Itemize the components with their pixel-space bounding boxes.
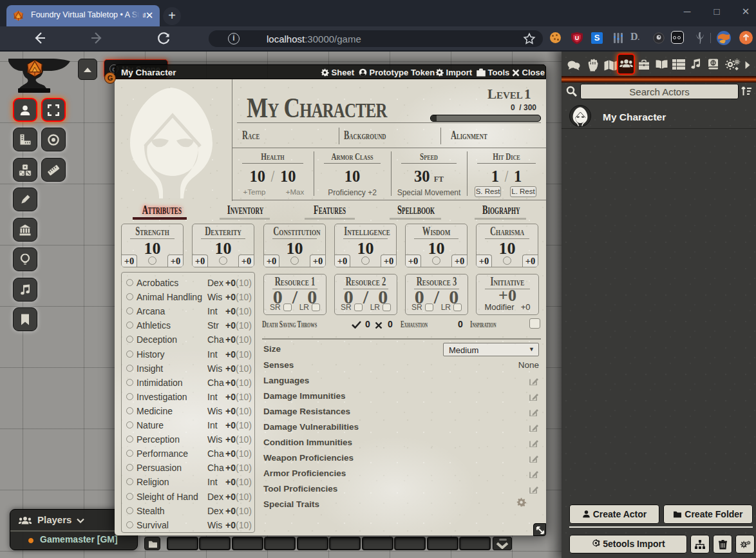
svg-text:U: U: [575, 35, 580, 41]
